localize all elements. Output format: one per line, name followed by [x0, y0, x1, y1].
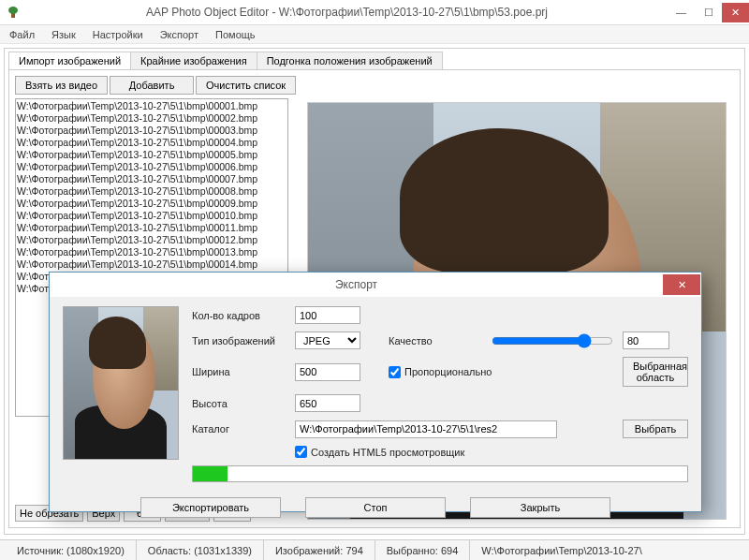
type-select[interactable]: JPEG — [295, 332, 360, 349]
width-input[interactable] — [295, 363, 360, 381]
export-dialog: Экспорт ✕ Кол-во кадров Тип изображений … — [49, 272, 702, 512]
export-titlebar: Экспорт ✕ — [50, 273, 701, 297]
catalog-label: Каталог — [192, 423, 286, 435]
export-close-button[interactable]: ✕ — [663, 274, 700, 295]
quality-slider[interactable] — [492, 333, 613, 348]
width-label: Ширина — [192, 366, 286, 377]
proportional-checkbox[interactable] — [389, 366, 401, 378]
html5-checkbox[interactable] — [295, 446, 307, 458]
frames-input[interactable] — [295, 306, 360, 324]
html5-label: Создать HTML5 просмотровщик — [311, 447, 464, 458]
quality-input[interactable] — [623, 332, 669, 349]
height-label2: Высота — [192, 398, 286, 409]
export-progress — [192, 465, 688, 482]
catalog-input[interactable] — [295, 420, 557, 438]
stop-button[interactable]: Стоп — [305, 497, 446, 518]
selected-area-button[interactable]: Выбранная область — [623, 357, 688, 387]
quality-label: Качество — [389, 335, 482, 346]
close-dialog-button[interactable]: Закрыть — [470, 497, 610, 518]
proportional-label: Пропорционально — [404, 366, 492, 377]
tab-import[interactable]: Импорт изображений — [8, 52, 131, 69]
choose-button[interactable]: Выбрать — [623, 420, 688, 438]
export-button-row: Экспортировать Стоп Закрыть — [50, 492, 701, 527]
export-title: Экспорт — [50, 278, 663, 291]
frames-label: Кол-во кадров — [192, 310, 286, 321]
export-thumbnail — [63, 306, 179, 460]
export-form: Кол-во кадров Тип изображений JPEG Качес… — [192, 306, 688, 482]
export-button[interactable]: Экспортировать — [140, 497, 281, 518]
type-label: Тип изображений — [192, 335, 286, 346]
height-input2[interactable] — [295, 394, 360, 412]
